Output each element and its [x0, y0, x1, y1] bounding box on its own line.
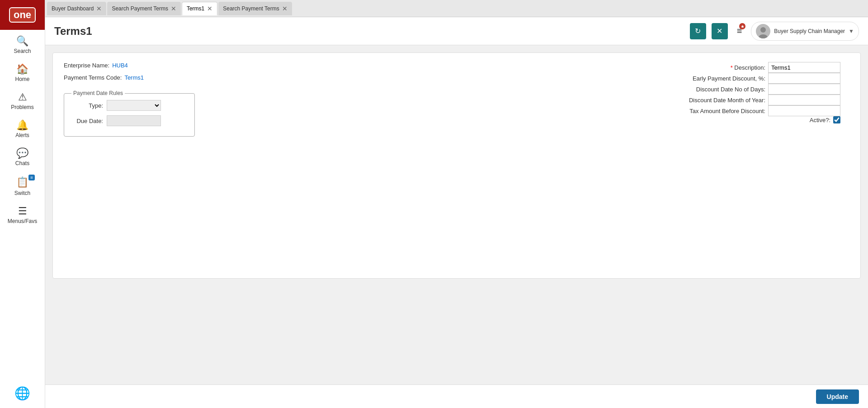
refresh-button[interactable]: ↻: [690, 23, 706, 39]
type-select[interactable]: Fixed Net: [107, 100, 161, 111]
sidebar-label-home: Home: [15, 76, 29, 82]
chat-icon: 💬: [16, 148, 28, 158]
tab-label-buyer-dashboard: Buyer Dashboard: [52, 5, 94, 12]
home-icon: 🏠: [16, 64, 28, 74]
tab-buyer-dashboard[interactable]: Buyer Dashboard ✕: [47, 2, 106, 15]
tab-bar: Buyer Dashboard ✕ Search Payment Terms ✕…: [45, 0, 868, 17]
page-header: Terms1 ↻ ✕ ≡ ★ Buyer Supply Chain Manage…: [45, 17, 868, 45]
bottom-bar: Update: [45, 384, 868, 408]
tab-close-search-2[interactable]: ✕: [282, 5, 288, 12]
due-date-input[interactable]: [107, 115, 161, 126]
tax-amount-label: Tax Amount Before Discount:: [689, 108, 765, 114]
tab-close-buyer-dashboard[interactable]: ✕: [96, 5, 102, 12]
avatar: [756, 24, 770, 38]
enterprise-value: HUB4: [112, 62, 128, 69]
sidebar-item-globe[interactable]: 🌐: [0, 381, 45, 403]
tax-amount-row: Tax Amount Before Discount:: [669, 105, 840, 116]
active-checkbox[interactable]: [833, 116, 840, 123]
discount-date-no-row: Discount Date No of Days:: [669, 84, 840, 95]
sidebar-item-chats[interactable]: 💬 Chats: [0, 142, 45, 170]
payment-terms-code-row: Payment Terms Code: Terms1: [64, 74, 299, 81]
content-area: Enterprise Name: HUB4 Payment Terms Code…: [45, 45, 868, 384]
sidebar-label-chats: Chats: [15, 160, 29, 166]
app-logo[interactable]: one: [0, 0, 45, 30]
svg-point-1: [760, 27, 766, 33]
refresh-icon: ↻: [695, 27, 701, 35]
sidebar-label-alerts: Alerts: [15, 132, 29, 138]
star-badge: ★: [739, 23, 745, 29]
payment-date-rules-legend: Payment Date Rules: [71, 90, 125, 96]
sidebar-bottom: 🌐: [0, 381, 45, 408]
menu-icon: ☰: [18, 206, 27, 216]
early-payment-input[interactable]: [768, 73, 840, 84]
tab-close-search-1[interactable]: ✕: [171, 5, 176, 12]
left-fields: Enterprise Name: HUB4 Payment Terms Code…: [64, 62, 299, 137]
close-x-icon: ✕: [717, 27, 722, 35]
globe-icon: 🌐: [14, 387, 30, 400]
switch-badge: ≡: [28, 175, 35, 180]
tab-search-payment-terms-2[interactable]: Search Payment Terms ✕: [218, 2, 292, 15]
tab-label-search-payment-1: Search Payment Terms: [112, 5, 168, 12]
early-payment-row: Early Payment Discount, %:: [669, 73, 840, 84]
dropdown-arrow-icon: ▼: [849, 28, 854, 34]
type-row: Type: Fixed Net: [71, 100, 187, 111]
description-label: Description:: [731, 64, 765, 71]
user-name: Buyer Supply Chain Manager: [774, 28, 845, 34]
discount-date-month-label: Discount Date Month of Year:: [689, 97, 765, 104]
update-button[interactable]: Update: [816, 389, 859, 404]
logo-text: one: [9, 7, 36, 23]
switch-icon: 📋: [16, 176, 28, 188]
payment-terms-code-value: Terms1: [124, 74, 144, 81]
tax-amount-input[interactable]: [768, 105, 840, 116]
sidebar-label-problems: Problems: [11, 104, 34, 110]
sidebar-item-home[interactable]: 🏠 Home: [0, 58, 45, 86]
description-input[interactable]: [768, 62, 840, 73]
active-row: Active?:: [669, 116, 840, 123]
sidebar-item-problems[interactable]: ⚠ Problems: [0, 86, 45, 114]
description-row: Description:: [669, 62, 840, 73]
warning-icon: ⚠: [18, 92, 27, 102]
payment-terms-code-label: Payment Terms Code:: [64, 74, 122, 81]
active-label: Active?:: [810, 117, 830, 123]
enterprise-row: Enterprise Name: HUB4: [64, 62, 299, 69]
discount-date-no-input[interactable]: [768, 84, 840, 95]
enterprise-label: Enterprise Name:: [64, 62, 109, 69]
sidebar: one 🔍 Search 🏠 Home ⚠ Problems 🔔 Alerts …: [0, 0, 45, 408]
sidebar-item-alerts[interactable]: 🔔 Alerts: [0, 114, 45, 142]
bell-icon: 🔔: [16, 120, 28, 130]
user-dropdown[interactable]: Buyer Supply Chain Manager ▼: [751, 22, 859, 41]
sidebar-label-menus: Menus/Favs: [8, 218, 37, 224]
search-icon: 🔍: [16, 36, 28, 46]
early-payment-label: Early Payment Discount, %:: [693, 75, 765, 82]
sidebar-label-switch: Switch: [14, 190, 30, 196]
tab-label-terms1: Terms1: [187, 5, 204, 12]
tab-search-payment-terms-1[interactable]: Search Payment Terms ✕: [107, 2, 181, 15]
menu-button[interactable]: ≡ ★: [733, 24, 746, 38]
type-label: Type:: [71, 102, 103, 109]
close-button[interactable]: ✕: [712, 23, 728, 39]
page-title: Terms1: [54, 25, 684, 38]
tab-label-search-payment-2: Search Payment Terms: [223, 5, 279, 12]
sidebar-item-menus[interactable]: ☰ Menus/Favs: [0, 200, 45, 228]
discount-date-month-input[interactable]: [768, 95, 840, 105]
right-fields: Description: Early Payment Discount, %: …: [669, 62, 849, 123]
sidebar-label-search: Search: [14, 48, 31, 54]
due-date-row: Due Date:: [71, 115, 187, 126]
form-card: Enterprise Name: HUB4 Payment Terms Code…: [52, 52, 861, 279]
discount-date-no-label: Discount Date No of Days:: [696, 86, 765, 93]
main-area: Buyer Dashboard ✕ Search Payment Terms ✕…: [45, 0, 868, 408]
tab-close-terms1[interactable]: ✕: [207, 5, 212, 12]
due-date-label: Due Date:: [71, 118, 103, 124]
sidebar-item-switch[interactable]: 📋 ≡ Switch: [0, 170, 45, 200]
discount-date-month-row: Discount Date Month of Year:: [669, 95, 840, 105]
payment-date-rules-fieldset: Payment Date Rules Type: Fixed Net Due D…: [64, 90, 195, 137]
tab-terms1[interactable]: Terms1 ✕: [182, 2, 217, 15]
sidebar-item-search[interactable]: 🔍 Search: [0, 30, 45, 58]
